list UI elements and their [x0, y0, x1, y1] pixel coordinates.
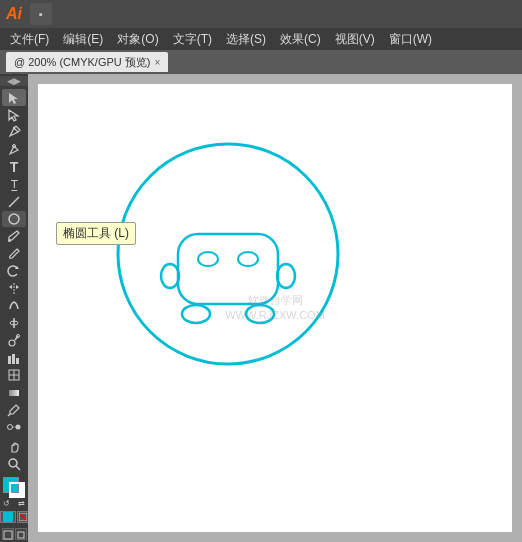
svg-rect-16 [12, 354, 15, 364]
svg-rect-28 [3, 512, 13, 522]
menu-effect[interactable]: 效果(C) [274, 29, 327, 50]
svg-marker-1 [9, 110, 18, 121]
svg-line-27 [16, 466, 20, 470]
blob-brush-tool-button[interactable] [2, 246, 26, 262]
main-area: ◀▶ T T̲ [0, 74, 522, 542]
svg-point-23 [8, 425, 13, 430]
menu-edit[interactable]: 编辑(E) [57, 29, 109, 50]
menu-bar: 文件(F) 编辑(E) 对象(O) 文字(T) 选择(S) 效果(C) 视图(V… [0, 28, 522, 50]
vertical-type-tool-button[interactable]: T̲ [2, 176, 26, 192]
svg-rect-32 [18, 532, 24, 538]
svg-marker-9 [9, 285, 12, 289]
title-icon-glyph: ▪ [39, 8, 43, 20]
svg-line-22 [8, 414, 10, 416]
svg-point-24 [16, 425, 21, 430]
svg-point-42 [277, 264, 295, 288]
tab-document[interactable]: @ 200% (CMYK/GPU 预览) × [6, 52, 168, 72]
tab-bar: @ 200% (CMYK/GPU 预览) × [0, 50, 522, 74]
svg-point-5 [9, 214, 19, 224]
menu-window[interactable]: 窗口(W) [383, 29, 438, 50]
title-bar: Ai ▪ [0, 0, 522, 28]
toolbar-collapse-button[interactable]: ◀▶ [0, 76, 28, 86]
svg-point-35 [198, 252, 218, 266]
none-mode-button[interactable] [17, 511, 29, 523]
svg-point-37 [182, 305, 210, 323]
svg-rect-17 [16, 358, 19, 364]
app-logo: Ai [6, 5, 22, 23]
draw-mode-buttons [2, 528, 27, 540]
select-tool-button[interactable] [2, 89, 26, 105]
svg-rect-34 [178, 234, 278, 304]
artwork-svg [78, 114, 378, 394]
mesh-tool-button[interactable] [2, 367, 26, 383]
svg-point-13 [9, 340, 15, 346]
blend-tool-button[interactable] [2, 419, 26, 435]
gradient-tool-button[interactable] [2, 385, 26, 401]
draw-normal-button[interactable] [2, 528, 14, 540]
line-tool-button[interactable] [2, 194, 26, 210]
menu-object[interactable]: 对象(O) [111, 29, 164, 50]
color-mode-button[interactable] [0, 511, 16, 523]
title-icon: ▪ [30, 3, 52, 25]
pen-tool-button[interactable] [2, 124, 26, 140]
svg-point-2 [13, 127, 15, 129]
svg-point-36 [238, 252, 258, 266]
svg-point-33 [118, 144, 338, 364]
draw-behind-button[interactable] [15, 528, 27, 540]
hand-tool-button[interactable] [2, 439, 26, 455]
menu-select[interactable]: 选择(S) [220, 29, 272, 50]
fill-mode-buttons [0, 511, 29, 523]
menu-view[interactable]: 视图(V) [329, 29, 381, 50]
reflect-tool-button[interactable] [2, 280, 26, 296]
paintbrush-tool-button[interactable] [2, 228, 26, 244]
svg-point-38 [246, 305, 274, 323]
reset-color-icon[interactable]: ↺ [3, 499, 10, 508]
canvas-area[interactable]: 软件自学网 WWW.RJZXW.COM 椭圆工具 (L) [28, 74, 522, 542]
eyedropper-tool-button[interactable] [2, 402, 26, 418]
toolbar: ◀▶ T T̲ [0, 74, 28, 542]
svg-rect-21 [9, 390, 19, 396]
ellipse-tool-button[interactable] [2, 211, 26, 227]
tab-close-button[interactable]: × [154, 57, 160, 68]
menu-text[interactable]: 文字(T) [167, 29, 218, 50]
svg-line-4 [9, 197, 19, 207]
svg-point-6 [8, 239, 11, 242]
tooltip-text: 椭圆工具 (L) [63, 226, 129, 240]
svg-rect-31 [4, 531, 12, 539]
svg-line-29 [19, 513, 27, 521]
width-tool-button[interactable] [2, 315, 26, 331]
anchor-tool-button[interactable] [2, 141, 26, 157]
canvas-document: 软件自学网 WWW.RJZXW.COM [38, 84, 512, 532]
zoom-tool-button[interactable] [2, 456, 26, 472]
symbol-sprayer-button[interactable] [2, 332, 26, 348]
direct-select-tool-button[interactable] [2, 107, 26, 123]
rotate-tool-button[interactable] [2, 263, 26, 279]
tab-label: @ 200% (CMYK/GPU 预览) [14, 55, 150, 70]
type-tool-button[interactable]: T [2, 159, 26, 175]
svg-point-26 [9, 459, 17, 467]
warp-tool-button[interactable] [2, 298, 26, 314]
swap-color-icon[interactable]: ⇄ [18, 499, 25, 508]
menu-file[interactable]: 文件(F) [4, 29, 55, 50]
color-reset-area: ↺ ⇄ [1, 499, 27, 508]
foreground-color-swatch[interactable] [3, 477, 19, 493]
svg-rect-15 [8, 356, 11, 364]
color-swatches [1, 477, 27, 498]
column-graph-button[interactable] [2, 350, 26, 366]
tooltip: 椭圆工具 (L) [56, 222, 136, 245]
svg-marker-10 [16, 285, 19, 289]
svg-point-41 [161, 264, 179, 288]
svg-marker-0 [9, 93, 18, 104]
